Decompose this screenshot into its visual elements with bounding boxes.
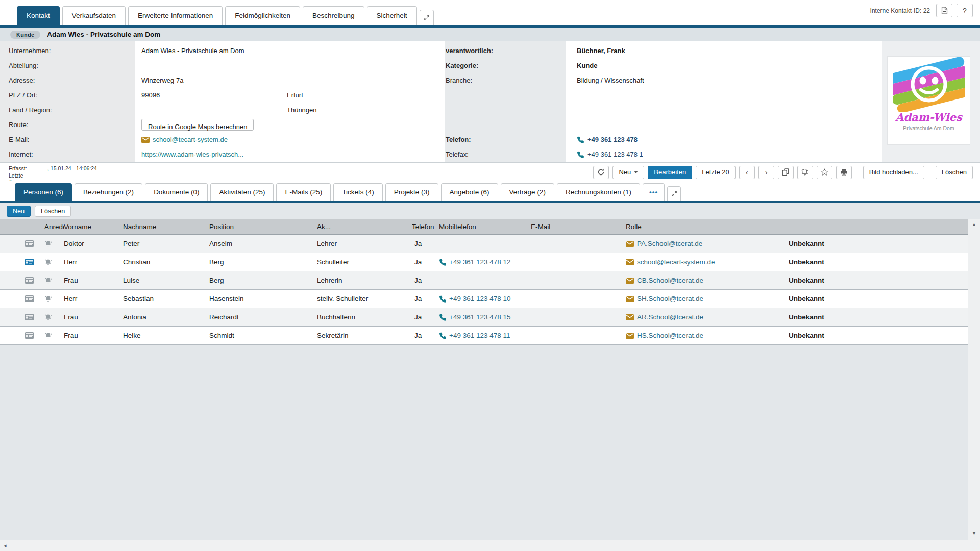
email-link[interactable]: SH.School@tcerat.de [637,295,703,303]
col-header-position[interactable]: Position [209,223,317,231]
col-header-anrede[interactable]: Anrede [44,223,64,231]
field-value-telefon: +49 361 123 478 [577,132,638,147]
phone-link[interactable]: +49 361 123 478 10 [449,295,511,303]
table-row[interactable]: FrauHeikeSchmidtSekretärinJa+49 361 123 … [0,327,968,345]
edit-button[interactable]: Bearbeiten [648,166,692,179]
open-person-card-button[interactable] [25,277,44,284]
phone-link[interactable]: +49 361 123 478 1 [587,147,643,162]
person-reminder-button[interactable] [44,295,64,303]
subtab-angebote-6[interactable]: Angebote (6) [441,183,498,201]
notifications-button[interactable] [797,166,813,179]
tab-sicherheit[interactable]: Sicherheit [367,6,417,25]
subtab-verträge-2[interactable]: Verträge (2) [501,183,554,201]
phone-link[interactable]: +49 361 123 478 [587,132,638,147]
subtab-more[interactable]: ••• [643,183,665,201]
subtab-beziehungen-2[interactable]: Beziehungen (2) [75,183,142,201]
mail-icon [626,278,634,284]
col-header-vorname[interactable]: Vorname [64,223,123,231]
tab-beschreibung[interactable]: Beschreibung [303,6,364,25]
tab-kontakt[interactable]: Kontakt [17,6,60,25]
next-button[interactable]: › [758,166,774,179]
expand-subtabs-button[interactable] [667,186,681,201]
subtab-rechnungskonten-1[interactable]: Rechnungskonten (1) [557,183,640,201]
expand-icon [424,15,430,21]
tab-feldmöglichkeiten[interactable]: Feldmöglichkeiten [225,6,300,25]
scroll-left-icon[interactable]: ◂ [4,542,7,549]
cell-aktiv: Ja [412,258,439,266]
field-value-link-wrap: https://www.adam-wies-privatsch... [141,147,243,162]
col-header-ak[interactable]: Ak... [317,223,412,231]
open-person-card-button[interactable] [25,332,44,339]
email-link[interactable]: AR.School@tcerat.de [637,313,703,321]
table-row[interactable]: FrauAntoniaReichardtBuchhalterinJa+49 36… [0,308,968,327]
person-reminder-button[interactable] [44,332,64,339]
copy-button[interactable] [778,166,794,179]
open-person-card-button[interactable] [25,295,44,302]
cell-email: SH.School@tcerat.de [626,295,789,303]
help-button[interactable]: ? [957,4,973,17]
phone-link[interactable]: +49 361 123 478 15 [449,313,511,321]
print-button[interactable] [836,166,852,179]
route-google-maps-button[interactable]: Route in Google Maps berechnen [141,119,254,131]
scroll-down-icon[interactable]: ▼ [968,531,980,536]
col-header-e-mail[interactable]: E-Mail [531,223,626,231]
col-header-mobiltelefon[interactable]: Mobiltelefon [439,223,531,231]
phone-icon [439,314,446,321]
field-value-branche: Bildung / Wissenschaft [577,73,644,88]
cell-rolle: Unbekannt [789,295,968,303]
last-20-button[interactable]: Letzte 20 [696,166,736,179]
email-link[interactable]: school@tecart-system.de [153,132,228,147]
refresh-button[interactable] [593,166,609,179]
cell-email: HS.School@tcerat.de [626,332,789,339]
favorite-button[interactable] [817,166,832,179]
website-link[interactable]: https://www.adam-wies-privatsch... [141,147,243,162]
subtab-personen-6[interactable]: Personen (6) [15,183,72,201]
vertical-scrollbar[interactable]: ▲ ▼ [968,219,980,540]
cell-aktiv: Ja [412,295,439,303]
open-person-card-button[interactable] [25,314,44,320]
table-row[interactable]: FrauLuiseBergLehrerinJaCB.School@tcerat.… [0,271,968,290]
phone-link[interactable]: +49 361 123 478 12 [449,258,511,266]
internal-contact-id: Interne Kontakt-ID: 22 [870,7,930,14]
cell-nachname: Anselm [209,240,317,247]
open-person-card-button[interactable] [25,240,44,247]
subtab-projekte-3[interactable]: Projekte (3) [385,183,438,201]
new-button[interactable]: Neu [612,166,644,179]
field-value-text: Kunde [577,58,597,73]
tab-verkaufsdaten[interactable]: Verkaufsdaten [62,6,126,25]
horizontal-scrollbar[interactable]: ◂ [0,540,980,551]
document-button[interactable] [936,4,952,17]
email-link[interactable]: school@tecart-system.de [637,258,715,266]
person-reminder-button[interactable] [44,314,64,321]
person-reminder-button[interactable] [44,277,64,284]
open-person-card-button[interactable] [25,259,44,265]
table-row[interactable]: HerrSebastianHasensteinstellv. Schulleit… [0,290,968,308]
delete-button[interactable]: Löschen [936,166,973,179]
subtab-aktivitäten-25[interactable]: Aktivitäten (25) [210,183,274,201]
upload-image-button[interactable]: Bild hochladen... [863,166,924,179]
expand-record-tabs-button[interactable] [420,10,434,25]
detail-row: Land / Region:Thüringen [0,103,980,117]
col-header-nachname[interactable]: Nachname [123,223,209,231]
mail-icon [141,137,150,143]
subtab-tickets-4[interactable]: Tickets (4) [333,183,383,201]
phone-link[interactable]: +49 361 123 478 11 [449,332,510,339]
person-new-button[interactable]: Neu [7,206,31,217]
email-link[interactable]: CB.School@tcerat.de [637,277,703,284]
tab-erweiterte-informationen[interactable]: Erweiterte Informationen [128,6,223,25]
email-link[interactable]: PA.School@tcerat.de [637,240,702,247]
person-reminder-button[interactable] [44,259,64,266]
record-title: Adam Wies - Privatschule am Dom [47,31,160,38]
table-row[interactable]: HerrChristianBergSchulleiterJa+49 361 12… [0,253,968,271]
subtab-e-mails-25[interactable]: E-Mails (25) [276,183,331,201]
table-row[interactable]: DoktorPeterAnselmLehrerJaPA.School@tcera… [0,235,968,253]
subtab-dokumente-0[interactable]: Dokumente (0) [145,183,208,201]
col-header-telefon[interactable]: Telefon [412,223,439,231]
col-header-rolle[interactable]: Rolle [626,223,789,231]
scroll-up-icon[interactable]: ▲ [968,222,980,227]
previous-button[interactable]: ‹ [739,166,755,179]
person-delete-button[interactable]: Löschen [35,206,71,217]
person-reminder-button[interactable] [44,240,64,247]
email-link[interactable]: HS.School@tcerat.de [637,332,703,339]
cell-telefon: +49 361 123 478 12 [439,258,531,266]
